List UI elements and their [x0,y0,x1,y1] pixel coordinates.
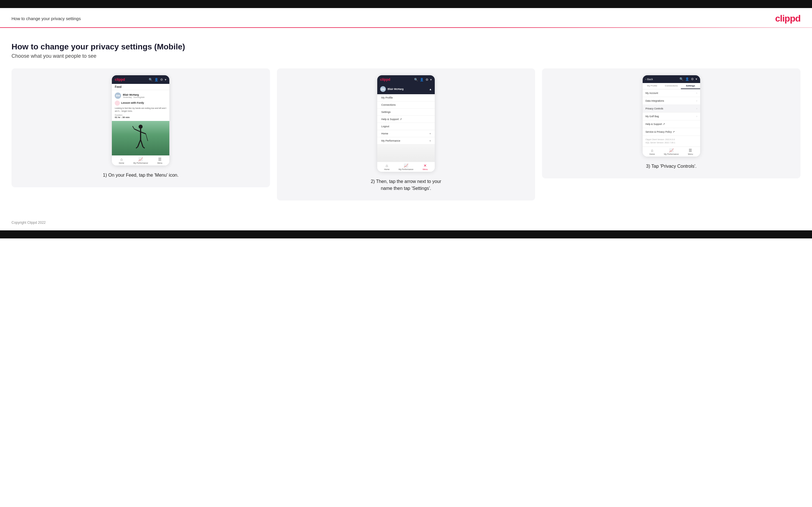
home-icon3: ⌂ [651,148,653,153]
settings-icon3: ⚙ [691,77,694,81]
version-client: Clippd Client Version: 2022.8.3-3 [646,138,697,141]
close-icon: ✕ [423,163,427,168]
my-golf-bag-label: My Golf Bag [646,115,659,118]
menu-help[interactable]: Help & Support ↗ [377,116,435,123]
version-text: Clippd Client Version: 2022.8.3-3 GQL Se… [643,136,700,147]
golfer-silhouette [132,124,149,155]
performance-icon2: 📈 [404,163,408,168]
settings-my-golf-bag[interactable]: My Golf Bag › [643,113,700,120]
data-integrations-label: Data Integrations [646,99,664,102]
phone3-bottom-menu: ☰ Menu [681,147,700,157]
tab-my-profile[interactable]: My Profile [643,83,662,89]
phone2-logo: clippd [380,77,390,81]
svg-line-4 [141,132,146,134]
user-icon: 👤 [154,78,158,81]
header-title: How to change your privacy settings [11,16,81,21]
chevron-right-icon2: › [697,99,697,102]
step-2-phone: clippd 🔍 👤 ⚙ ▾ BM Blair McHarg [377,75,435,172]
phone2-avatar: BM [380,86,386,92]
step-3-phone: ‹ Back 🔍 👤 ⚙ ▾ My Profile Connections Se… [643,75,700,157]
menu-my-performance[interactable]: My Performance ▾ [377,137,435,145]
phone3-home-label: Home [650,153,655,155]
menu-logout[interactable]: Logout [377,123,435,130]
performance-icon: 📈 [138,157,143,161]
back-button[interactable]: ‹ Back [646,78,653,81]
performance-icon3: 📈 [669,148,674,153]
page-content: How to change your privacy settings (Mob… [0,37,812,212]
chevron-down-icon: ▾ [429,132,431,135]
home-icon2: ⌂ [386,163,388,168]
svg-line-2 [134,129,141,132]
chevron-icon: ▾ [165,78,166,81]
phone1-bottom-bar: ⌂ Home 📈 My Performance ☰ Menu [112,155,169,165]
phone1-bottom-home: ⌂ Home [112,156,131,165]
settings-icon2: ⚙ [425,78,428,81]
phone2-menu: BM Blair McHarg ▲ My Profile Connections… [377,84,435,162]
phone1-user-name: Blair McHarg [123,93,166,96]
phone3-tabs: My Profile Connections Settings [643,83,700,89]
service-privacy-label: Service & Privacy Policy ↗ [646,130,675,133]
menu-settings[interactable]: Settings [377,109,435,116]
copyright-text: Copyright Clippd 2022 [11,221,46,225]
lesson-icon [115,101,120,106]
menu-home-label: Home [381,132,388,135]
phone3-perf-label: My Performance [664,153,678,155]
phone1-home-label: Home [119,162,124,164]
back-label: Back [647,78,653,81]
phone1-user-sub: Yesterday · Sunningdale [123,96,166,98]
tab-settings[interactable]: Settings [681,83,700,89]
phone2-perf-label: My Performance [399,168,413,170]
settings-service-privacy[interactable]: Service & Privacy Policy ↗ [643,128,700,136]
svg-line-6 [141,139,143,147]
step-1-phone: clippd 🔍 👤 ⚙ ▾ Feed BM Blair McHar [112,75,169,165]
phone2-bottom-menu: ✕ Menu [415,162,435,172]
page-heading: How to change your privacy settings (Mob… [11,42,801,51]
phone2-user-row: BM Blair McHarg ▲ [377,84,435,94]
footer: Copyright Clippd 2022 [0,212,812,230]
version-gql: GQL Server Version: 2022.7.30-1 [646,141,697,145]
menu-home[interactable]: Home ▾ [377,130,435,137]
phone2-icons: 🔍 👤 ⚙ ▾ [414,78,432,81]
svg-line-5 [138,139,141,147]
step-1-card: clippd 🔍 👤 ⚙ ▾ Feed BM Blair McHar [11,68,270,187]
step-2-caption: 2) Then, tap the arrow next to your name… [366,178,446,192]
bottom-bar [0,230,812,238]
step-3-caption: 3) Tap 'Privacy Controls'. [646,163,697,170]
chevron-icon2: ▾ [430,78,432,81]
phone3-bottom-bar: ⌂ Home 📈 My Performance ☰ Menu [643,147,700,157]
menu-my-profile[interactable]: My Profile [377,94,435,101]
settings-my-account[interactable]: My Account › [643,89,700,97]
svg-line-8 [143,147,145,148]
search-icon: 🔍 [149,78,153,81]
phone1-icon-row: Lesson with Fordy [115,101,166,106]
menu-connections[interactable]: Connections [377,101,435,109]
search-icon3: 🔍 [679,77,683,81]
header: How to change your privacy settings clip… [0,8,812,27]
phone1-menu-label: Menu [157,162,162,164]
chevron-right-icon: › [697,92,697,95]
menu-icon: ☰ [158,157,162,161]
svg-line-7 [136,147,138,148]
steps-container: clippd 🔍 👤 ⚙ ▾ Feed BM Blair McHar [11,68,801,201]
phone3-icons: 🔍 👤 ⚙ ▾ [679,77,697,81]
settings-data-integrations[interactable]: Data Integrations › [643,97,700,105]
blurred-feed [377,145,435,162]
header-divider [0,27,812,28]
settings-help[interactable]: Help & Support ↗ [643,120,700,128]
menu-perf-label: My Performance [381,139,400,142]
chevron-icon3: ▾ [696,77,697,81]
tab-connections[interactable]: Connections [662,83,681,89]
my-account-label: My Account [646,92,658,95]
user-icon2: 👤 [420,78,424,81]
search-icon2: 🔍 [414,78,418,81]
menu-icon3: ☰ [689,148,692,153]
settings-privacy-controls[interactable]: Privacy Controls › [643,105,700,113]
phone1-feed-tab: Feed [112,84,169,90]
phone1-bottom-menu: ☰ Menu [150,156,170,165]
phone2-bottom-home: ⌂ Home [377,162,397,172]
phone2-home-label: Home [384,168,390,170]
phone3-bottom-home: ⌂ Home [643,147,662,157]
back-arrow-icon: ‹ [646,78,646,81]
phone1-golf-image [112,121,169,155]
phone1-user-info: Blair McHarg Yesterday · Sunningdale [123,93,166,98]
